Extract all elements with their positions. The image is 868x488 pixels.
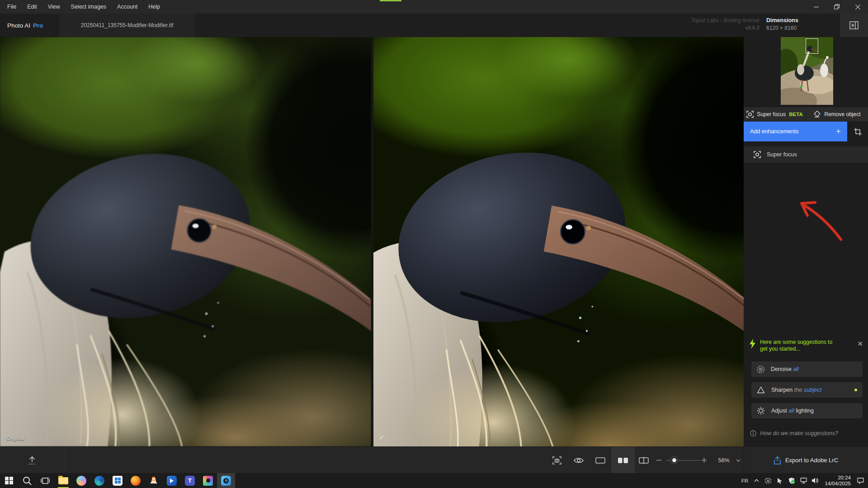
suggestions-footer-link[interactable]: How do we make suggestions?	[750, 430, 838, 436]
plus-icon	[702, 458, 707, 463]
focus-preview-button[interactable]	[547, 447, 567, 474]
chevron-down-icon	[736, 459, 741, 462]
start-button[interactable]	[0, 473, 18, 488]
notification-center-button[interactable]	[855, 473, 865, 488]
super-focus-icon	[746, 111, 754, 118]
task-view-button[interactable]	[36, 473, 54, 488]
panel-toggle-button[interactable]	[840, 14, 868, 37]
chevron-up-icon	[754, 479, 759, 482]
export-button[interactable]: Export to Adobe LrC	[744, 447, 868, 474]
annotation-red-arrow	[787, 164, 845, 245]
windows-logo-icon	[5, 477, 13, 485]
system-tray: FR	[740, 473, 868, 488]
tab-remove-object[interactable]: Remove object	[806, 107, 868, 121]
windows-security-tray-icon[interactable]	[787, 473, 797, 488]
firefox-icon	[131, 476, 141, 486]
zoom-level[interactable]: 56%	[714, 447, 733, 474]
tab-super-focus-label: Super focus	[757, 111, 786, 117]
tab-super-focus[interactable]: Super focus BETA	[744, 107, 806, 121]
processed-image-pane[interactable]	[373, 37, 744, 446]
suggestions-close-button[interactable]: ✕	[857, 340, 863, 348]
taskbar: T FR	[0, 473, 868, 488]
processed-bird-photo	[373, 37, 744, 446]
denoise-icon	[757, 366, 764, 373]
menu-file[interactable]: File	[0, 0, 22, 14]
license-text: Topaz Labs - floating license	[691, 17, 760, 23]
menu-select-images[interactable]: Select images	[66, 0, 112, 14]
suggestion-denoise[interactable]: Denoise all	[751, 361, 863, 377]
add-enhancements-row: Add enhancements +	[744, 122, 868, 141]
app-name: Photo AI	[7, 22, 30, 29]
zoom-in-button[interactable]	[698, 447, 709, 474]
processed-check-icon: ✓	[379, 434, 384, 441]
file-tab-label: 20250411_135755-Modifier-Modifier.tif	[81, 22, 174, 28]
topaz-photo-ai-icon	[221, 476, 231, 486]
taskbar-clock[interactable]: 20:24 14/04/2025	[825, 475, 851, 487]
dimensions-label: Dimensions	[766, 17, 798, 23]
lighting-icon	[757, 407, 765, 415]
panel-tabs: Super focus BETA Remove object	[744, 107, 868, 121]
taskbar-copilot[interactable]	[72, 473, 90, 488]
eye-icon	[574, 457, 584, 464]
menu-help[interactable]: Help	[143, 0, 165, 14]
crop-button[interactable]	[847, 122, 868, 141]
suggestion-status-dot	[854, 389, 857, 391]
zoom-out-button[interactable]	[653, 447, 664, 474]
screen-capture-icon	[764, 478, 772, 484]
add-enhancements-label: Add enhancements	[750, 128, 799, 135]
original-image-pane[interactable]	[0, 37, 371, 446]
export-share-button[interactable]	[22, 447, 42, 474]
zoom-dropdown-button[interactable]	[732, 447, 744, 474]
network-tray-icon[interactable]	[798, 473, 808, 488]
vlc-icon	[149, 476, 159, 486]
eraser-icon	[813, 111, 821, 118]
clock-time: 20:24	[825, 475, 851, 481]
suggestion-sharpen[interactable]: Sharpen the subject	[751, 382, 863, 398]
lightning-icon	[749, 339, 756, 349]
taskbar-edge[interactable]	[90, 473, 108, 488]
taskbar-movies-tv[interactable]	[163, 473, 181, 488]
navigator-thumbnail[interactable]	[781, 37, 833, 105]
close-button[interactable]	[847, 0, 868, 14]
enhancement-super-focus-row[interactable]: Super focus	[744, 146, 868, 163]
taskbar-file-explorer[interactable]	[54, 473, 72, 488]
file-tab[interactable]: 20250411_135755-Modifier-Modifier.tif	[59, 14, 195, 37]
search-icon	[23, 476, 32, 485]
taskbar-topaz-photo-ai[interactable]	[217, 473, 235, 488]
split-view-button[interactable]	[633, 447, 654, 474]
pointer-tray-icon[interactable]	[775, 473, 785, 488]
enhancement-super-focus-label: Super focus	[767, 151, 797, 158]
crop-icon	[854, 128, 862, 136]
language-indicator[interactable]: FR	[740, 473, 750, 488]
side-by-side-view-button[interactable]	[611, 447, 635, 474]
menu-edit[interactable]: Edit	[22, 0, 42, 14]
single-view-button[interactable]	[590, 447, 611, 474]
taskbar-vlc[interactable]	[145, 473, 163, 488]
app-bar: Photo AI Pro 20250411_135755-Modifier-Mo…	[0, 14, 868, 37]
taskbar-microsoft-store[interactable]	[108, 473, 127, 488]
taskbar-search-button[interactable]	[18, 473, 36, 488]
add-enhancements-button[interactable]: Add enhancements +	[744, 122, 847, 141]
thumbnail-view-rect[interactable]	[806, 38, 818, 54]
tray-expand-button[interactable]	[751, 473, 761, 488]
plus-icon: +	[836, 127, 841, 136]
suggestion-adjust-lighting[interactable]: Adjust all lighting	[751, 403, 863, 418]
taskbar-photo-app[interactable]	[199, 473, 217, 488]
preview-toggle-button[interactable]	[568, 447, 589, 474]
menu-account[interactable]: Account	[112, 0, 143, 14]
snip-tool-tray-icon[interactable]	[763, 473, 773, 488]
edge-icon	[94, 476, 104, 486]
volume-tray-icon[interactable]	[810, 473, 820, 488]
menu-view[interactable]: View	[42, 0, 66, 14]
microsoft-store-icon	[113, 476, 123, 486]
restore-button[interactable]	[826, 0, 847, 14]
taskbar-teams[interactable]: T	[181, 473, 199, 488]
minimize-icon	[814, 5, 819, 9]
zoom-slider-knob[interactable]	[671, 457, 678, 464]
tab-remove-object-label: Remove object	[824, 111, 860, 117]
split-view-icon	[639, 457, 649, 464]
taskbar-firefox[interactable]	[127, 473, 145, 488]
export-button-label: Export to Adobe LrC	[785, 457, 838, 464]
original-label: Original	[6, 436, 24, 441]
minimize-button[interactable]	[806, 0, 826, 14]
